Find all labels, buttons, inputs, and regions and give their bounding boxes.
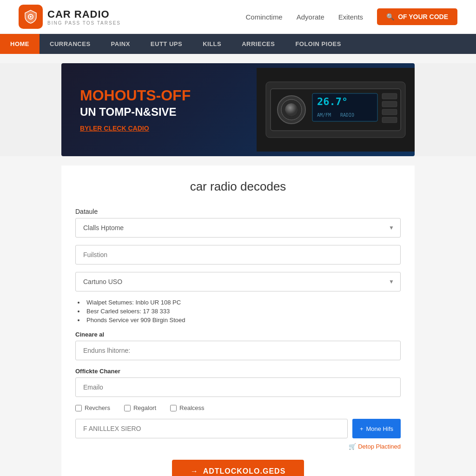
hero-text: MOHOUTS-OFF UN TOMP-N&SIVE BYLER CLECK C…: [61, 73, 257, 146]
dropdown1-label: Dataule: [75, 208, 401, 215]
nav-kills[interactable]: KILLS: [192, 34, 231, 54]
logo-icon: [19, 5, 43, 29]
contact-input[interactable]: [75, 341, 401, 360]
serial-row: + Mone Hifs: [75, 419, 401, 438]
helper-link-label: Detop Plactined: [358, 443, 401, 450]
official-group: Offickte Chaner: [75, 368, 401, 397]
logo-subtitle: BING PASS TOS TARSES: [47, 20, 121, 26]
logo-text: CAR RADIO BING PASS TOS TARSES: [47, 8, 121, 26]
checkbox-revchers[interactable]: Revchers: [75, 404, 110, 411]
dropdown2-select[interactable]: Cartuno USO: [75, 272, 401, 291]
svg-point-1: [30, 16, 32, 18]
official-label: Offickte Chaner: [75, 368, 401, 375]
car-radio-image: 26.7° AM/FM RADIO: [257, 68, 415, 152]
checkbox-realcess[interactable]: Realcess: [170, 404, 204, 411]
nav-arrieces[interactable]: ARRIECES: [231, 34, 285, 54]
logo-area: CAR RADIO BING PASS TOS TARSES: [19, 5, 121, 29]
checkbox-revchers-label: Revchers: [85, 404, 110, 411]
svg-rect-15: [382, 109, 397, 115]
site-header: CAR RADIO BING PASS TOS TARSES Cominctim…: [0, 0, 476, 34]
input1-group: [75, 245, 401, 264]
logo-title: CAR RADIO: [47, 8, 121, 20]
arrow-icon: →: [191, 467, 198, 476]
email-input[interactable]: [75, 377, 401, 397]
checkbox-regalort[interactable]: Regalort: [124, 404, 156, 411]
checkbox-realcess-label: Realcess: [179, 404, 204, 411]
nav-currances[interactable]: CURRANCES: [40, 34, 101, 54]
svg-rect-16: [382, 117, 397, 123]
helper-link[interactable]: 🛒 Detop Plactined: [349, 443, 401, 450]
header-nav: Cominctime Adyorate Exitents 🔍 OF YOUR C…: [246, 8, 457, 25]
hero-image: 26.7° AM/FM RADIO: [257, 68, 415, 152]
dropdown2-wrapper: Cartuno USO: [75, 272, 401, 291]
info-item-1: Wialpet Setumes: Inblo UR 108 PC: [85, 299, 401, 306]
more-button-label: Mone Hifs: [366, 425, 393, 432]
svg-point-8: [285, 103, 298, 116]
contact-group: Cineare al: [75, 331, 401, 360]
shield-icon: [23, 9, 38, 24]
cart-icon: 🛒: [349, 443, 356, 450]
dropdown1-wrapper: Clalls Hptome: [75, 218, 401, 238]
main-content: car radio decodes Dataule Clalls Hptome: [61, 165, 415, 476]
submit-wrapper: → ADTLOCKOLO.GEDS: [75, 460, 401, 476]
helper-link-area: 🛒 Detop Plactined: [75, 442, 401, 450]
nav-foloin-pioes[interactable]: FOLOIN PIOES: [285, 34, 351, 54]
nav-eutt-ups[interactable]: EUTT UPS: [140, 34, 192, 54]
contact-label: Cineare al: [75, 331, 401, 338]
search-button-label: OF YOUR CODE: [398, 13, 448, 20]
checkbox-realcess-input[interactable]: [170, 405, 177, 411]
search-icon: 🔍: [386, 13, 394, 20]
svg-text:26.7°: 26.7°: [317, 96, 348, 107]
checkbox-revchers-input[interactable]: [75, 405, 82, 411]
checkbox-regalort-input[interactable]: [124, 405, 131, 411]
hero-link[interactable]: BYLER CLECK CADIO: [80, 125, 238, 132]
svg-rect-14: [382, 101, 397, 107]
dropdown1-select[interactable]: Clalls Hptome: [75, 218, 401, 238]
svg-rect-13: [382, 93, 397, 99]
hero-title-white: UN TOMP-N&SIVE: [80, 106, 238, 119]
more-button[interactable]: + Mone Hifs: [352, 419, 401, 438]
nav-home[interactable]: HOME: [0, 34, 40, 54]
checkbox-regalort-label: Regalort: [133, 404, 156, 411]
svg-text:AM/FM: AM/FM: [317, 112, 331, 118]
plus-icon: +: [360, 425, 364, 432]
serial-input[interactable]: [75, 419, 348, 438]
svg-text:RADIO: RADIO: [340, 112, 354, 118]
hero-title-orange: MOHOUTS-OFF: [80, 87, 191, 104]
dropdown1-group: Dataule Clalls Hptome: [75, 208, 401, 238]
nav-link-exitents[interactable]: Exitents: [338, 13, 363, 21]
nav-link-cominctime[interactable]: Cominctime: [246, 13, 283, 21]
main-navbar: HOME CURRANCES PAINX EUTT UPS KILLS ARRI…: [0, 34, 476, 54]
decode-form: Dataule Clalls Hptome Cartuno USO: [71, 208, 405, 476]
hero-banner: MOHOUTS-OFF UN TOMP-N&SIVE BYLER CLECK C…: [61, 63, 415, 156]
dropdown2-group: Cartuno USO: [75, 272, 401, 291]
checkbox-row: Revchers Regalort Realcess: [75, 404, 401, 411]
info-item-3: Phonds Service ver 909 Birgin Stoed: [85, 317, 401, 324]
fuilstion-input[interactable]: [75, 245, 401, 264]
search-button[interactable]: 🔍 OF YOUR CODE: [377, 8, 457, 25]
submit-button-label: ADTLOCKOLO.GEDS: [203, 467, 286, 476]
nav-painx[interactable]: PAINX: [101, 34, 140, 54]
info-list: Wialpet Setumes: Inblo UR 108 PC Besr Ca…: [75, 299, 401, 324]
nav-link-adyorate[interactable]: Adyorate: [297, 13, 324, 21]
page-title: car radio decodes: [71, 179, 405, 194]
info-item-2: Besr Carled seloers: 17 38 333: [85, 308, 401, 315]
submit-button[interactable]: → ADTLOCKOLO.GEDS: [172, 460, 304, 476]
